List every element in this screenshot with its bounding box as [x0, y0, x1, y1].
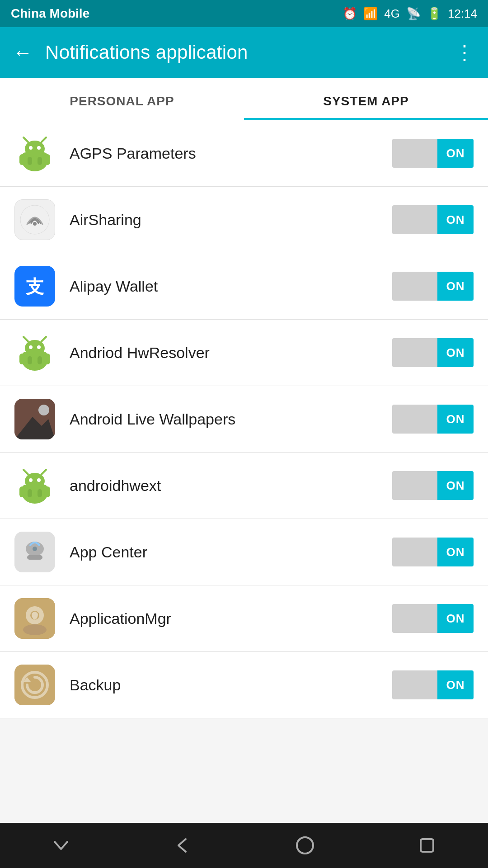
list-item: Andriod HwResolver ON — [0, 320, 488, 386]
svg-rect-39 — [38, 489, 42, 497]
toggle-appmgr[interactable]: ON — [392, 604, 474, 633]
svg-rect-52 — [421, 839, 433, 852]
toggle-androidhwext[interactable]: ON — [392, 471, 474, 500]
list-item: Android Live Wallpapers ON — [0, 386, 488, 453]
svg-line-5 — [23, 137, 28, 142]
toggle-on-androidhwext: ON — [437, 471, 474, 500]
tab-personal[interactable]: PERSONAL APP — [0, 78, 244, 120]
svg-point-4 — [37, 146, 41, 150]
toggle-on-appcenter: ON — [437, 538, 474, 566]
toggle-backup[interactable]: ON — [392, 670, 474, 699]
recents-icon — [418, 836, 436, 854]
svg-point-33 — [37, 478, 41, 482]
svg-point-31 — [25, 473, 45, 489]
airsharing-icon — [19, 204, 51, 236]
android-robot-icon — [17, 135, 53, 171]
appmgr-icon — [14, 598, 55, 639]
app-name-backup: Backup — [70, 675, 378, 695]
svg-point-43 — [33, 547, 37, 551]
app-icon-livewallpaper — [14, 399, 55, 439]
toggle-off-hwresolver — [392, 338, 437, 367]
app-bar-title: Notifications application — [45, 42, 442, 63]
toggle-on-backup: ON — [437, 670, 474, 699]
toggle-agps[interactable]: ON — [392, 139, 474, 168]
svg-point-28 — [38, 405, 49, 415]
svg-point-19 — [37, 345, 41, 349]
list-item: App Center ON — [0, 519, 488, 585]
back-button[interactable]: ← — [13, 41, 33, 64]
list-item: Backup ON — [0, 652, 488, 718]
toggle-on-hwresolver: ON — [437, 338, 474, 367]
list-item: 支 Alipay Wallet ON — [0, 253, 488, 320]
battery-icon: 🔋 — [427, 7, 441, 21]
toggle-on-airsharing: ON — [437, 205, 474, 234]
app-list: AGPS Parameters ON AirSharing ON — [0, 120, 488, 823]
svg-rect-48 — [14, 665, 55, 705]
svg-rect-8 — [45, 154, 50, 165]
toggle-livewallpaper[interactable]: ON — [392, 405, 474, 434]
svg-rect-24 — [28, 356, 32, 364]
toggle-off-appcenter — [392, 538, 437, 566]
app-name-agps: AGPS Parameters — [70, 143, 378, 163]
tab-system[interactable]: SYSTEM APP — [244, 78, 488, 120]
toggle-on-agps: ON — [437, 139, 474, 168]
toggle-off-livewallpaper — [392, 405, 437, 434]
svg-point-18 — [29, 345, 33, 349]
svg-rect-22 — [19, 354, 25, 364]
nav-down-button[interactable] — [43, 827, 79, 863]
svg-line-34 — [23, 470, 28, 474]
toggle-hwresolver[interactable]: ON — [392, 338, 474, 367]
nav-recents-button[interactable] — [409, 827, 445, 863]
toggle-on-livewallpaper: ON — [437, 405, 474, 434]
toggle-off-backup — [392, 670, 437, 699]
list-item: AGPS Parameters ON — [0, 120, 488, 187]
list-item: androidhwext ON — [0, 453, 488, 519]
list-item: AirSharing ON — [0, 187, 488, 253]
app-name-hwresolver: Andriod HwResolver — [70, 343, 378, 363]
appcenter-icon — [14, 532, 55, 572]
alarm-icon: ⏰ — [343, 7, 357, 21]
app-icon-backup — [14, 665, 55, 705]
android-robot-icon-2 — [17, 335, 53, 371]
tabs-container: PERSONAL APP SYSTEM APP — [0, 78, 488, 120]
status-bar: China Mobile ⏰ 📶 4G 📡 🔋 12:14 — [0, 0, 488, 27]
toggle-off-airsharing — [392, 205, 437, 234]
app-name-livewallpaper: Android Live Wallpapers — [70, 409, 378, 429]
toggle-off-agps — [392, 139, 437, 168]
app-icon-appmgr — [14, 598, 55, 639]
app-icon-hwresolver — [14, 332, 55, 373]
svg-point-51 — [297, 837, 313, 854]
nav-back-button[interactable] — [165, 827, 201, 863]
svg-rect-36 — [19, 486, 25, 497]
toggle-off-alipay — [392, 272, 437, 301]
livewallpaper-icon — [14, 399, 55, 439]
svg-line-35 — [42, 470, 46, 474]
back-arrow-icon — [173, 835, 193, 855]
menu-button[interactable]: ⋮ — [455, 42, 475, 62]
svg-point-46 — [23, 624, 47, 635]
svg-rect-23 — [45, 354, 50, 364]
svg-rect-25 — [38, 356, 42, 364]
app-name-appcenter: App Center — [70, 542, 378, 562]
nav-home-button[interactable] — [287, 827, 323, 863]
svg-point-3 — [29, 146, 33, 150]
app-icon-appcenter — [14, 532, 55, 572]
network-label: 4G — [384, 7, 400, 21]
carrier-label: China Mobile — [11, 6, 89, 21]
toggle-off-androidhwext — [392, 471, 437, 500]
svg-rect-38 — [28, 489, 32, 497]
status-icons: ⏰ 📶 4G 📡 🔋 12:14 — [343, 7, 477, 21]
app-name-androidhwext: androidhwext — [70, 476, 378, 495]
alipay-icon: 支 — [19, 270, 51, 302]
svg-rect-10 — [38, 157, 42, 165]
backup-icon — [14, 665, 55, 705]
tab-indicator — [244, 118, 488, 120]
svg-point-12 — [33, 222, 37, 226]
bottom-nav — [0, 823, 488, 868]
toggle-alipay[interactable]: ON — [392, 272, 474, 301]
app-name-alipay: Alipay Wallet — [70, 276, 378, 296]
toggle-airsharing[interactable]: ON — [392, 205, 474, 234]
app-icon-airsharing — [14, 199, 55, 240]
toggle-appcenter[interactable]: ON — [392, 538, 474, 566]
svg-line-21 — [42, 337, 46, 341]
